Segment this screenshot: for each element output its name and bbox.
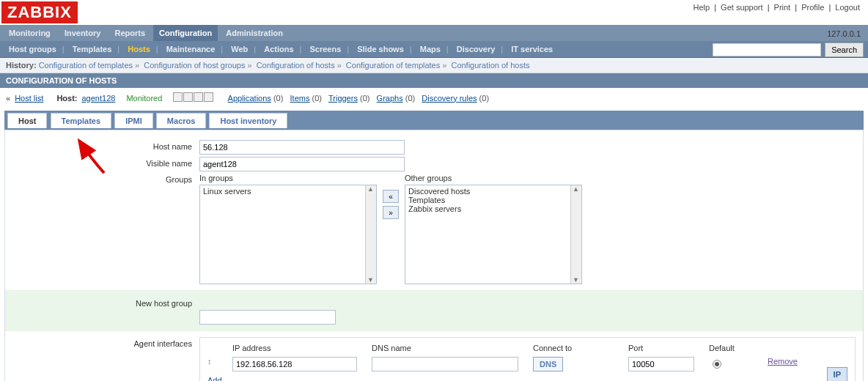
submenu-it-services[interactable]: IT services — [505, 41, 559, 57]
visible-name-label: Visible name — [5, 157, 199, 168]
tab-ipmi[interactable]: IPMI — [114, 113, 153, 128]
connect-dns-button[interactable]: DNS — [533, 357, 563, 371]
host-name-field[interactable] — [199, 140, 405, 155]
visible-name-field[interactable] — [199, 157, 405, 171]
applications-count: (0) — [273, 94, 283, 103]
col-dns-name: DNS name — [372, 344, 518, 352]
submenu-maps[interactable]: Maps — [414, 41, 446, 57]
history-label: History: — [6, 61, 37, 70]
submenu-screens[interactable]: Screens — [304, 41, 347, 57]
submenu-templates[interactable]: Templates — [67, 41, 118, 57]
agent-interfaces-label: Agent interfaces — [5, 337, 199, 348]
help-link[interactable]: Help — [693, 3, 710, 12]
submenu-maintenance[interactable]: Maintenance — [161, 41, 221, 57]
new-host-group-field[interactable] — [199, 310, 336, 325]
host-name-label: Host name — [5, 140, 199, 151]
tab-host-inventory[interactable]: Host inventory — [209, 113, 287, 128]
menu-monitoring[interactable]: Monitoring — [3, 25, 56, 41]
menu-configuration[interactable]: Configuration — [153, 25, 218, 41]
menu-administration[interactable]: Administration — [220, 25, 289, 41]
tabs: Host Templates IPMI Macros Host inventor… — [4, 111, 864, 130]
col-port: Port — [628, 344, 694, 352]
discovery-rules-link[interactable]: Discovery rules — [422, 94, 477, 103]
server-address: 127.0.0.1 — [827, 29, 861, 38]
history-item[interactable]: Configuration of templates — [39, 61, 133, 70]
dns-name-field[interactable] — [372, 357, 518, 371]
host-info-row: « Host list Host: agent128 Monitored App… — [0, 88, 868, 108]
remove-interface-link[interactable]: Remove — [768, 357, 798, 366]
other-groups-label: Other groups — [405, 174, 582, 182]
submenu-hosts[interactable]: Hosts — [122, 41, 156, 57]
items-count: (0) — [312, 94, 322, 103]
brand-logo: ZABBIX — [1, 1, 78, 23]
submenu-discovery[interactable]: Discovery — [451, 41, 501, 57]
host-form: Host name Visible name Groups In groups … — [4, 130, 864, 381]
ip-address-field[interactable] — [232, 357, 357, 371]
search-button[interactable]: Search — [825, 42, 864, 57]
section-title: CONFIGURATION OF HOSTS — [0, 73, 868, 88]
history-item[interactable]: Configuration of host groups — [144, 61, 245, 70]
history-item[interactable]: Configuration of hosts — [451, 61, 529, 70]
menu-reports[interactable]: Reports — [108, 25, 151, 41]
graphs-link[interactable]: Graphs — [377, 94, 403, 103]
triggers-count: (0) — [360, 94, 369, 103]
tab-templates[interactable]: Templates — [51, 113, 112, 128]
scrollbar[interactable] — [365, 185, 376, 284]
tab-macros[interactable]: Macros — [156, 113, 207, 128]
port-field[interactable] — [628, 357, 694, 371]
logout-link[interactable]: Logout — [835, 3, 860, 12]
items-link[interactable]: Items — [290, 94, 310, 103]
tab-host[interactable]: Host — [7, 113, 47, 128]
host-label: Host: — [56, 94, 77, 103]
profile-link[interactable]: Profile — [801, 3, 824, 12]
history-item[interactable]: Configuration of templates — [346, 61, 440, 70]
submenu-web[interactable]: Web — [225, 41, 254, 57]
list-item[interactable]: Templates — [408, 196, 578, 204]
add-interface-link[interactable]: Add — [207, 376, 222, 381]
support-link[interactable]: Get support — [721, 3, 762, 12]
submenu-host-groups[interactable]: Host groups — [3, 41, 62, 57]
other-groups-listbox[interactable]: Discovered hosts Templates Zabbix server… — [405, 185, 582, 284]
submenu-actions[interactable]: Actions — [258, 41, 299, 57]
in-groups-listbox[interactable]: Linux servers — [199, 185, 377, 284]
back-chevron: « — [6, 94, 10, 103]
drag-handle-icon[interactable]: ↕ — [207, 357, 212, 366]
host-name-link[interactable]: agent128 — [81, 94, 115, 103]
new-host-group-label: New host group — [5, 297, 199, 308]
submenu-slide-shows[interactable]: Slide shows — [351, 41, 410, 57]
in-groups-label: In groups — [199, 174, 377, 182]
host-list-link[interactable]: Host list — [15, 94, 43, 103]
triggers-link[interactable]: Triggers — [328, 94, 358, 103]
top-links: Help | Get support | Print | Profile | L… — [691, 3, 862, 12]
print-link[interactable]: Print — [774, 3, 791, 12]
col-ip-address: IP address — [232, 344, 357, 352]
graphs-count: (0) — [405, 94, 415, 103]
move-right-button[interactable]: » — [383, 206, 399, 219]
search-input[interactable] — [713, 43, 821, 56]
menu-inventory[interactable]: Inventory — [59, 25, 107, 41]
col-connect-to: Connect to — [533, 344, 614, 352]
list-item[interactable]: Linux servers — [203, 187, 373, 196]
scrollbar[interactable] — [570, 185, 581, 284]
list-item[interactable]: Zabbix servers — [408, 204, 578, 213]
discovery-rules-count: (0) — [479, 94, 489, 103]
applications-link[interactable]: Applications — [228, 94, 271, 103]
groups-label: Groups — [5, 174, 199, 184]
host-status: Monitored — [126, 94, 162, 103]
col-default: Default — [709, 344, 753, 352]
status-indicator-icon — [173, 92, 214, 103]
default-radio[interactable] — [713, 360, 721, 369]
move-left-button[interactable]: « — [383, 190, 399, 203]
connect-ip-button[interactable]: IP — [827, 367, 847, 381]
main-menu: Monitoring Inventory Reports Configurati… — [0, 25, 868, 41]
history-item[interactable]: Configuration of hosts — [257, 61, 335, 70]
list-item[interactable]: Discovered hosts — [408, 187, 578, 196]
breadcrumb: History: Configuration of templates» Con… — [0, 58, 868, 73]
sub-menu: Host groups| Templates| Hosts| Maintenan… — [0, 41, 868, 58]
